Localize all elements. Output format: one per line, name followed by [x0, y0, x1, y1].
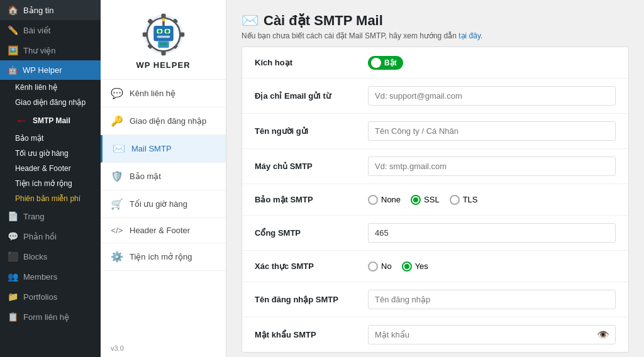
form-row-kich-hoat: Kích hoạt Bật [242, 47, 628, 79]
version-label: v3.0 [101, 339, 226, 357]
middle-nav-kenh-lien-he[interactable]: 💬 Kênh liên hệ [101, 80, 226, 107]
smtp-form: Kích hoạt Bật Địa chỉ Email gửi từ Tên n… [242, 47, 629, 353]
login-icon: 🔑 [111, 115, 123, 127]
input-mat-khau[interactable] [368, 325, 616, 344]
sidebar-item-toi-uu-gio-hang[interactable]: Tối ưu giờ hàng [8, 146, 101, 161]
comments-icon: 💬 [8, 231, 18, 241]
middle-nav-giao-dien-dang-nhap[interactable]: 🔑 Giao diện đăng nhập [101, 107, 226, 135]
form-row-xac-thuc-smtp: Xác thực SMTP No Yes [242, 251, 628, 282]
radio-circle-yes [402, 261, 412, 272]
dashboard-icon: 🏠 [8, 5, 18, 15]
portfolios-icon: 📁 [8, 292, 18, 302]
input-cong-smtp[interactable] [368, 223, 616, 243]
sidebar-item-thu-vien[interactable]: 🖼️ Thư viện [0, 40, 101, 60]
form-row-may-chu-smtp: Máy chủ SMTP [242, 149, 628, 184]
page-subtitle: Nếu bạn chưa biết cách cài đặt Mail SMTP… [242, 31, 629, 40]
pages-icon: 📄 [8, 211, 18, 221]
field-may-chu-smtp [368, 157, 616, 176]
sidebar-item-bai-viet[interactable]: ✏️ Bài viết [0, 20, 101, 40]
label-ten-nguoi-gui: Tên người gửi [255, 126, 368, 136]
wp-helper-icon: 🤖 [8, 65, 18, 75]
field-ten-nguoi-gui [368, 121, 616, 141]
form-icon: 📋 [8, 312, 18, 322]
media-icon: 🖼️ [8, 45, 18, 55]
form-actions: Lưu thay đổi Kiểm tra SMTP [242, 353, 629, 357]
svg-rect-19 [160, 43, 167, 45]
input-ten-nguoi-gui[interactable] [368, 121, 616, 141]
svg-point-17 [162, 18, 165, 21]
field-ten-dang-nhap [368, 290, 616, 309]
middle-nav-toi-uu-gio-hang[interactable]: 🛒 Tối ưu giờ hàng [101, 190, 226, 218]
main-content: ✉️ Cài đặt SMTP Mail Nếu bạn chưa biết c… [226, 0, 644, 357]
svg-rect-10 [153, 26, 174, 41]
sidebar-item-header-footer[interactable]: Header & Footer [8, 161, 101, 176]
field-kich-hoat: Bật [368, 56, 616, 70]
field-cong-smtp [368, 223, 616, 243]
radio-none[interactable]: None [368, 195, 401, 205]
label-kich-hoat: Kích hoạt [255, 58, 368, 67]
sidebar-item-phan-hoi[interactable]: 💬 Phản hồi [0, 226, 101, 246]
sidebar-item-blocks[interactable]: ⬛ Blocks [0, 246, 101, 266]
radio-ssl[interactable]: SSL [411, 195, 440, 205]
sidebar-item-wp-helper[interactable]: 🤖 WP Helper [0, 60, 101, 80]
label-dia-chi-email: Địa chỉ Email gửi từ [255, 91, 368, 101]
wp-helper-submenu: Kênh liên hệ Giao diện đăng nhập ← SMTP … [0, 80, 101, 206]
radio-yes[interactable]: Yes [402, 261, 428, 272]
form-row-ten-nguoi-gui: Tên người gửi [242, 114, 628, 149]
input-ten-dang-nhap[interactable] [368, 290, 616, 309]
radio-tls[interactable]: TLS [450, 195, 478, 205]
sidebar-item-giao-dien-dang-nhap[interactable]: Giao diện đăng nhập [8, 95, 101, 110]
password-field-container: 👁️ [368, 325, 616, 344]
robot-logo-icon [142, 13, 186, 57]
label-bao-mat-smtp: Bảo mật SMTP [255, 195, 368, 204]
middle-nav-bao-mat[interactable]: 🛡️ Bảo mật [101, 163, 226, 190]
field-mat-khau: 👁️ [368, 325, 616, 344]
svg-point-14 [165, 30, 169, 33]
show-password-icon[interactable]: 👁️ [597, 329, 609, 341]
form-row-cong-smtp: Cổng SMTP [242, 216, 628, 251]
page-header: ✉️ Cài đặt SMTP Mail Nếu bạn chưa biết c… [242, 13, 629, 40]
toggle-circle [371, 58, 381, 68]
brand-name: WP HELPER [136, 60, 190, 70]
sidebar-item-trang[interactable]: 📄 Trang [0, 206, 101, 226]
radio-circle-ssl [411, 195, 421, 205]
middle-nav: 💬 Kênh liên hệ 🔑 Giao diện đăng nhập ✉️ … [101, 80, 226, 339]
middle-nav-tien-ich-mo-rong[interactable]: ⚙️ Tiện ích mở rộng [101, 243, 226, 271]
middle-nav-mail-smtp[interactable]: ✉️ Mail SMTP [101, 135, 226, 163]
form-row-mat-khau: Mật khẩu SMTP 👁️ [242, 317, 628, 352]
label-may-chu-smtp: Máy chủ SMTP [255, 162, 368, 171]
chat-icon: 💬 [111, 87, 123, 99]
middle-nav-header-footer[interactable]: </> Header & Footer [101, 218, 226, 243]
extensions-icon: ⚙️ [111, 251, 123, 263]
title-icon: ✉️ [242, 13, 258, 29]
sidebar-item-bao-mat[interactable]: Bảo mật [8, 131, 101, 146]
sidebar: 🏠 Bảng tin ✏️ Bài viết 🖼️ Thư viện 🤖 WP … [0, 0, 101, 357]
sidebar-item-phien-ban-mien-phi[interactable]: Phiên bản miễn phí [8, 191, 101, 206]
field-dia-chi-email [368, 86, 616, 106]
radio-no[interactable]: No [368, 261, 392, 272]
arrow-icon: ← [15, 113, 28, 128]
cart-icon: 🛒 [111, 198, 123, 210]
input-may-chu-smtp[interactable] [368, 157, 616, 176]
input-dia-chi-email[interactable] [368, 86, 616, 106]
radio-group-xac-thuc: No Yes [368, 261, 616, 272]
toggle-kich-hoat[interactable]: Bật [368, 56, 403, 70]
sidebar-item-tien-ich-mo-rong[interactable]: Tiện ích mở rộng [8, 176, 101, 191]
label-cong-smtp: Cổng SMTP [255, 228, 368, 238]
radio-circle-no [368, 261, 378, 272]
field-xac-thuc-smtp: No Yes [368, 261, 616, 272]
sidebar-item-members[interactable]: 👥 Members [0, 266, 101, 287]
members-icon: 👥 [8, 272, 18, 282]
sidebar-item-bang-tin[interactable]: 🏠 Bảng tin [0, 0, 101, 20]
radio-circle-none [368, 195, 378, 205]
page-title: ✉️ Cài đặt SMTP Mail [242, 13, 629, 29]
posts-icon: ✏️ [8, 25, 18, 35]
subtitle-link[interactable]: tại đây. [458, 31, 482, 40]
svg-point-13 [158, 30, 161, 33]
form-row-bao-mat-smtp: Bảo mật SMTP None SSL TLS [242, 184, 628, 216]
sidebar-item-form-lien-he[interactable]: 📋 Form liên hệ [0, 307, 101, 327]
sidebar-item-kenh-lien-he[interactable]: Kênh liên hệ [8, 80, 101, 95]
label-mat-khau: Mật khẩu SMTP [255, 330, 368, 339]
sidebar-item-smtp-mail[interactable]: ← SMTP Mail [8, 110, 101, 131]
sidebar-item-portfolios[interactable]: 📁 Portfolios [0, 287, 101, 307]
